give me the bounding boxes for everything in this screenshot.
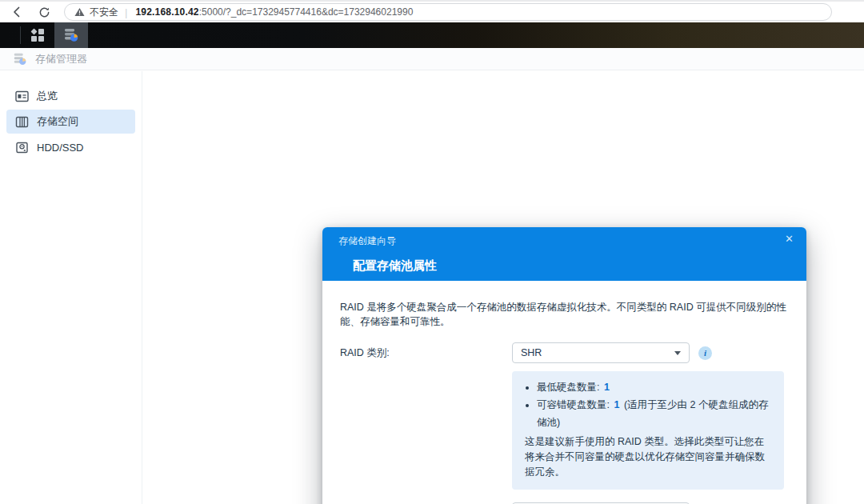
raid-type-row: RAID 类别: SHR i: [340, 342, 789, 363]
reload-icon[interactable]: [37, 5, 51, 19]
dsm-taskbar: [0, 22, 864, 48]
back-icon[interactable]: [10, 5, 24, 19]
min-disk-bullet: 最低硬盘数量: 1: [537, 378, 771, 396]
close-icon[interactable]: ✕: [785, 233, 794, 245]
raid-info-panel: 最低硬盘数量: 1 可容错硬盘数量: 1 (适用于至少由 2 个硬盘组成的存储池…: [512, 371, 784, 490]
fault-tolerance-count: 1: [612, 399, 621, 410]
step-title: 配置存储池属性: [322, 248, 806, 274]
url-host: 192.168.10.42: [135, 6, 198, 18]
url-path: :5000/?_dc=1732945774416&dc=173294602199…: [199, 6, 414, 18]
window-title: 存储管理器: [35, 52, 87, 66]
min-disk-count: 1: [602, 382, 611, 393]
sidebar-item-hdd-ssd[interactable]: HDD/SSD: [6, 135, 135, 159]
storage-manager-icon: [63, 27, 79, 43]
sidebar: 总览 存储空间 HDD/SSD: [0, 71, 142, 504]
info-icon[interactable]: i: [698, 346, 712, 360]
storage-manager-window: 总览 存储空间 HDD/SSD 存储创建向导 配置存储池属性: [0, 71, 864, 504]
main-menu-grid-icon: [31, 29, 44, 42]
sidebar-item-label: 存储空间: [37, 114, 78, 129]
dialog-header: 存储创建向导 配置存储池属性 ✕: [322, 227, 806, 281]
disk-icon: [15, 142, 29, 154]
storage-manager-task-button[interactable]: [54, 22, 88, 48]
address-bar[interactable]: 不安全 | 192.168.10.42:5000/?_dc=1732945774…: [64, 3, 832, 21]
overview-icon: [15, 90, 29, 102]
wizard-title: 存储创建向导: [322, 227, 806, 248]
window-titlebar: 存储管理器: [0, 48, 864, 70]
address-separator: |: [125, 6, 127, 18]
raid-type-value: SHR: [521, 347, 542, 358]
dialog-body: RAID 是将多个硬盘聚合成一个存储池的数据存储虚拟化技术。不同类型的 RAID…: [322, 281, 806, 504]
raid-type-select[interactable]: SHR: [512, 342, 690, 363]
raid-recommendation-note: 这是建议新手使用的 RAID 类型。选择此类型可让您在将来合并不同容量的硬盘以优…: [525, 434, 771, 480]
raid-type-label: RAID 类别:: [340, 346, 512, 360]
sidebar-item-storage-space[interactable]: 存储空间: [6, 110, 135, 134]
sidebar-item-overview[interactable]: 总览: [6, 84, 135, 108]
main-menu-button[interactable]: [21, 22, 54, 48]
fault-tolerance-bullet: 可容错硬盘数量: 1 (适用于至少由 2 个硬盘组成的存储池): [537, 396, 771, 431]
raid-info-list: 最低硬盘数量: 1 可容错硬盘数量: 1 (适用于至少由 2 个硬盘组成的存储池…: [525, 378, 771, 431]
not-secure-warning-icon: [74, 7, 85, 17]
volume-icon: [15, 116, 29, 128]
not-secure-label: 不安全: [90, 6, 118, 19]
storage-manager-icon: [13, 52, 27, 66]
storage-creation-wizard-dialog: 存储创建向导 配置存储池属性 ✕ RAID 是将多个硬盘聚合成一个存储池的数据存…: [322, 227, 806, 504]
raid-intro-text: RAID 是将多个硬盘聚合成一个存储池的数据存储虚拟化技术。不同类型的 RAID…: [340, 281, 789, 329]
chevron-down-icon: [674, 351, 681, 355]
sidebar-item-label: HDD/SSD: [37, 142, 84, 154]
browser-chrome: 不安全 | 192.168.10.42:5000/?_dc=1732945774…: [0, 0, 864, 22]
sidebar-item-label: 总览: [37, 89, 58, 103]
